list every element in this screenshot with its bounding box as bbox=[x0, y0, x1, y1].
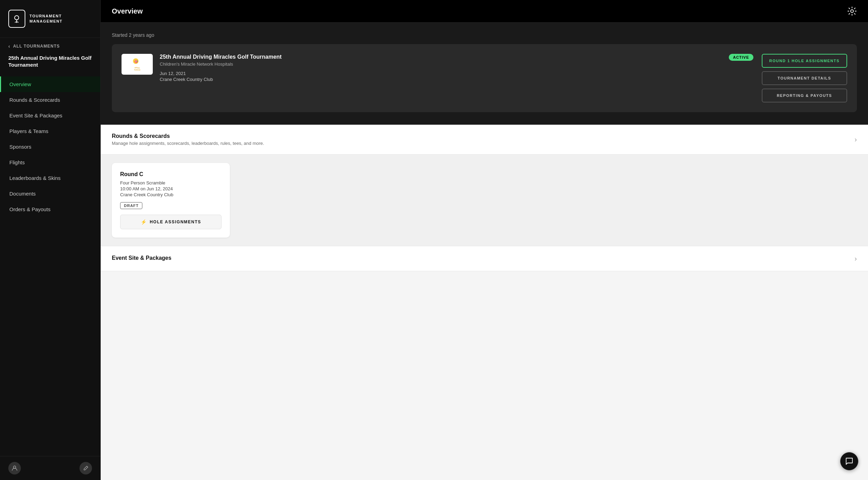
rounds-chevron-right-icon: › bbox=[854, 135, 857, 143]
logo-text: Tournament Management bbox=[30, 14, 92, 24]
tournament-date: Jun 12, 2021 bbox=[160, 71, 718, 76]
event-site-title: Event Site & Packages bbox=[112, 255, 172, 261]
sidebar-item-documents[interactable]: Documents bbox=[0, 186, 100, 201]
hero-section: Started 2 years ago 🎯 #PlayYellow bbox=[101, 23, 868, 125]
round-card-title: Round C bbox=[120, 171, 222, 177]
event-site-section-row[interactable]: Event Site & Packages › bbox=[101, 246, 868, 271]
sidebar-item-players[interactable]: Players & Teams bbox=[0, 123, 100, 139]
tournament-venue: Crane Creek Country Club bbox=[160, 77, 718, 82]
sidebar-item-orders[interactable]: Orders & Payouts bbox=[0, 201, 100, 217]
round-card-format: Four Person Scramble bbox=[120, 180, 222, 185]
sidebar-item-event-site[interactable]: Event Site & Packages bbox=[0, 108, 100, 123]
edit-icon[interactable] bbox=[80, 462, 92, 474]
settings-button[interactable] bbox=[847, 6, 857, 16]
top-header: Overview bbox=[101, 0, 868, 23]
rounds-scorecards-desc: Manage hole assignments, scorecards, lea… bbox=[112, 141, 264, 146]
page-title: Overview bbox=[112, 7, 143, 15]
sidebar-item-overview[interactable]: Overview bbox=[0, 76, 100, 92]
svg-text:🎯: 🎯 bbox=[134, 60, 138, 63]
event-site-info: Event Site & Packages bbox=[112, 255, 172, 263]
logo-icon bbox=[8, 10, 25, 28]
tournament-card-left: 🎯 #PlayYellow 25th Annual Driving Miracl… bbox=[122, 54, 753, 82]
tournament-logo: 🎯 #PlayYellow bbox=[122, 54, 153, 75]
svg-point-2 bbox=[851, 10, 853, 13]
round-card-time: 10:00 AM on Jun 12, 2024 bbox=[120, 186, 222, 191]
sidebar: Tournament Management ‹ All Tournaments … bbox=[0, 0, 101, 480]
rounds-scorecards-title: Rounds & Scorecards bbox=[112, 133, 264, 139]
rounds-scorecards-section-row[interactable]: Rounds & Scorecards Manage hole assignme… bbox=[101, 125, 868, 155]
sidebar-nav: Overview Rounds & Scorecards Event Site … bbox=[0, 75, 100, 456]
user-avatar-icon[interactable] bbox=[8, 462, 21, 474]
tournament-actions: ROUND 1 HOLE ASSIGNMENTS TOURNAMENT DETA… bbox=[762, 54, 847, 102]
draft-status-badge: DRAFT bbox=[120, 202, 142, 209]
tournament-card: 🎯 #PlayYellow 25th Annual Driving Miracl… bbox=[112, 44, 857, 112]
chat-bubble-button[interactable] bbox=[840, 452, 858, 470]
sidebar-item-rounds[interactable]: Rounds & Scorecards bbox=[0, 92, 100, 108]
main-content: Overview Started 2 years ago 🎯 bbox=[101, 0, 868, 480]
content-area: Started 2 years ago 🎯 #PlayYellow bbox=[101, 23, 868, 480]
event-site-chevron-right-icon: › bbox=[854, 255, 857, 263]
sidebar-logo: Tournament Management bbox=[0, 0, 100, 38]
svg-point-0 bbox=[15, 16, 19, 20]
sidebar-tournament-name: 25th Annual Driving Miracles Golf Tourna… bbox=[0, 52, 100, 75]
rounds-scorecards-info: Rounds & Scorecards Manage hole assignme… bbox=[112, 133, 264, 146]
reporting-payouts-button[interactable]: REPORTING & PAYOUTS bbox=[762, 89, 847, 102]
sidebar-item-leaderboards[interactable]: Leaderboards & Skins bbox=[0, 170, 100, 186]
back-arrow-icon: ‹ bbox=[8, 43, 10, 49]
tournament-details-button[interactable]: TOURNAMENT DETAILS bbox=[762, 71, 847, 85]
bolt-icon: ⚡ bbox=[141, 219, 147, 225]
round-hole-assignments-button[interactable]: ROUND 1 HOLE ASSIGNMENTS bbox=[762, 54, 847, 68]
hole-assignments-button[interactable]: ⚡ HOLE ASSIGNMENTS bbox=[120, 215, 222, 229]
round-card: Round C Four Person Scramble 10:00 AM on… bbox=[112, 163, 230, 238]
started-text: Started 2 years ago bbox=[112, 32, 857, 38]
sidebar-item-sponsors[interactable]: Sponsors bbox=[0, 139, 100, 155]
tournament-info: 25th Annual Driving Miracles Golf Tourna… bbox=[160, 54, 718, 82]
active-status-badge: ACTIVE bbox=[729, 54, 753, 61]
tournament-org: Children's Miracle Network Hospitals bbox=[160, 61, 718, 67]
round-card-venue: Crane Creek Country Club bbox=[120, 192, 222, 197]
tournament-name: 25th Annual Driving Miracles Golf Tourna… bbox=[160, 54, 718, 60]
rounds-content: Round C Four Person Scramble 10:00 AM on… bbox=[101, 155, 868, 246]
sidebar-item-flights[interactable]: Flights bbox=[0, 155, 100, 170]
all-tournaments-back[interactable]: ‹ All Tournaments bbox=[0, 38, 100, 52]
sidebar-footer bbox=[0, 456, 100, 480]
